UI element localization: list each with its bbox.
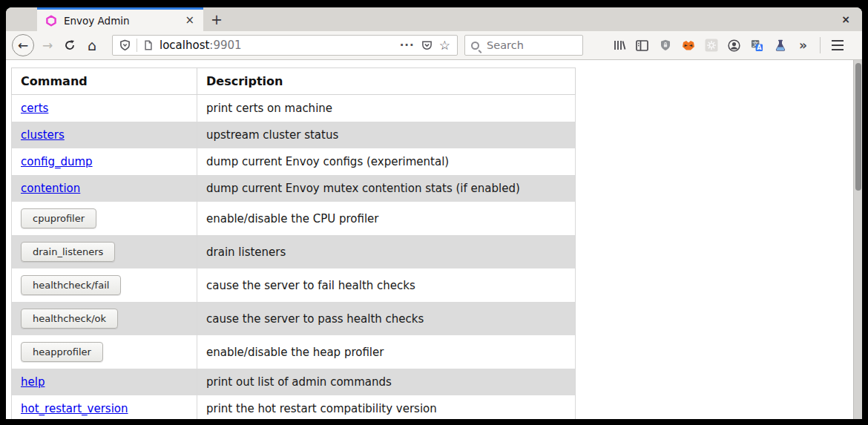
shield-lock-extension-icon[interactable] <box>654 35 677 56</box>
fox-extension-icon[interactable] <box>677 35 700 56</box>
url-port: :9901 <box>209 39 241 52</box>
command-link-certs[interactable]: certs <box>21 102 48 115</box>
table-row: drain_listenersdrain listeners <box>12 235 576 268</box>
table-row: healthcheck/failcause the server to fail… <box>12 268 576 302</box>
flask-extension-icon[interactable] <box>769 35 792 56</box>
home-icon[interactable]: ⌂ <box>81 34 103 56</box>
search-input[interactable] <box>485 39 576 52</box>
url-host: localhost <box>160 39 209 52</box>
table-row: contentiondump current Envoy mutex conte… <box>12 175 576 202</box>
command-button-cpuprofiler[interactable]: cpuprofiler <box>21 208 96 228</box>
back-icon[interactable]: ← <box>12 34 34 56</box>
svg-text:A: A <box>757 45 762 51</box>
url-bar[interactable]: localhost:9901 ··· ☆ <box>112 35 458 56</box>
command-description: upstream cluster status <box>197 122 576 148</box>
command-button-heapprofiler[interactable]: heapprofiler <box>21 342 103 362</box>
command-description: cause the server to fail health checks <box>197 268 576 302</box>
navigation-toolbar: ← → ⌂ localhost:9901 <box>6 31 862 60</box>
tracking-shield-icon[interactable] <box>119 39 131 51</box>
command-link-config_dump[interactable]: config_dump <box>21 155 93 168</box>
tab-title: Envoy Admin <box>64 15 182 27</box>
command-description: drain listeners <box>197 235 576 268</box>
page-content: Command Description certsprint certs on … <box>6 60 862 419</box>
search-icon <box>471 42 479 50</box>
table-row: certsprint certs on machine <box>12 95 576 122</box>
table-row: healthcheck/okcause the server to pass h… <box>12 302 576 335</box>
command-button-healthcheck/fail[interactable]: healthcheck/fail <box>21 275 121 295</box>
table-row: helpprint out list of admin commands <box>12 369 576 395</box>
window-close-icon[interactable]: × <box>841 7 850 31</box>
column-header-description: Description <box>197 68 576 95</box>
toolbar-extensions-area: 文 A » <box>608 35 849 56</box>
urlbar-divider <box>137 39 137 52</box>
command-table-body: certsprint certs on machineclustersupstr… <box>12 95 576 420</box>
command-link-contention[interactable]: contention <box>21 182 80 195</box>
admin-command-table: Command Description certsprint certs on … <box>11 67 576 419</box>
tab-strip-spacer <box>6 7 37 31</box>
command-description: print certs on machine <box>197 95 576 122</box>
library-icon[interactable] <box>608 35 631 56</box>
new-tab-button[interactable]: + <box>203 7 230 31</box>
command-description: cause the server to pass health checks <box>197 302 576 335</box>
command-description: dump current Envoy mutex contention stat… <box>197 175 576 202</box>
command-button-healthcheck/ok[interactable]: healthcheck/ok <box>21 309 118 329</box>
table-row: cpuprofilerenable/disable the CPU profil… <box>12 202 576 235</box>
tab-bar: Envoy Admin × + × <box>6 7 862 31</box>
table-row: config_dumpdump current Envoy configs (e… <box>12 148 576 175</box>
command-description: dump current Envoy configs (experimental… <box>197 148 576 175</box>
toolbar-divider <box>820 37 821 53</box>
browser-window: Envoy Admin × + × ← → ⌂ <box>6 7 862 419</box>
table-header-row: Command Description <box>12 68 576 95</box>
tab-envoy-admin[interactable]: Envoy Admin × <box>37 7 203 31</box>
command-link-help[interactable]: help <box>21 375 45 389</box>
page-actions-icon[interactable]: ··· <box>400 39 415 52</box>
command-button-drain_listeners[interactable]: drain_listeners <box>21 242 115 262</box>
search-bar <box>464 35 583 56</box>
column-header-command: Command <box>12 68 197 95</box>
command-description: print the hot restart compatibility vers… <box>197 395 576 419</box>
command-link-clusters[interactable]: clusters <box>21 128 65 142</box>
translate-extension-icon[interactable]: 文 A <box>746 35 769 56</box>
scrollbar-thumb[interactable] <box>855 63 861 191</box>
account-icon[interactable] <box>723 35 746 56</box>
command-description: enable/disable the heap profiler <box>197 335 576 369</box>
pocket-icon[interactable] <box>421 40 433 51</box>
envoy-favicon-icon <box>45 15 57 27</box>
table-row: clustersupstream cluster status <box>12 122 576 148</box>
sidebar-toggle-icon[interactable] <box>631 35 654 56</box>
command-description: enable/disable the CPU profiler <box>197 202 576 235</box>
page-identity-icon[interactable] <box>143 39 154 51</box>
table-row: heapprofilerenable/disable the heap prof… <box>12 335 576 369</box>
table-row: hot_restart_versionprint the hot restart… <box>12 395 576 419</box>
vertical-scrollbar[interactable] <box>853 60 862 419</box>
url-text[interactable]: localhost:9901 <box>160 39 242 52</box>
forward-icon[interactable]: → <box>36 34 59 56</box>
command-description: print out list of admin commands <box>197 369 576 395</box>
menu-icon[interactable] <box>826 35 849 56</box>
tab-close-icon[interactable]: × <box>182 13 197 27</box>
snowflake-extension-icon[interactable] <box>700 35 723 56</box>
bookmark-star-icon[interactable]: ☆ <box>439 39 450 52</box>
command-link-hot_restart_version[interactable]: hot_restart_version <box>21 402 128 415</box>
reload-icon[interactable] <box>59 34 81 56</box>
overflow-chevron-icon[interactable]: » <box>792 35 815 56</box>
